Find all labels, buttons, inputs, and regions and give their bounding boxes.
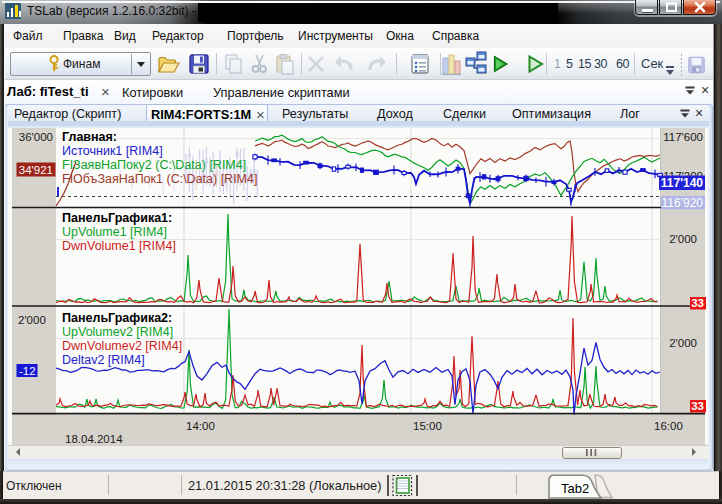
svg-text:FIЗаявНаПоку2 (C:\Data) [RIM4]: FIЗаявНаПоку2 (C:\Data) [RIM4] [62, 158, 246, 172]
svg-text:2'000: 2'000 [669, 337, 697, 349]
svg-text:FIОбъЗаяНаПок1 (C:\Data) [RIM4: FIОбъЗаяНаПок1 (C:\Data) [RIM4] [62, 172, 257, 186]
svg-text:2'000: 2'000 [669, 233, 697, 245]
svg-text:DwnVolume1 [RIM4]: DwnVolume1 [RIM4] [62, 239, 176, 253]
svg-text:16:00: 16:00 [654, 420, 683, 432]
svg-text:14:00: 14:00 [186, 420, 215, 432]
svg-text:Источник1 [RIM4]: Источник1 [RIM4] [62, 144, 163, 158]
svg-text:117'140: 117'140 [661, 176, 704, 190]
svg-text:Tab2: Tab2 [561, 481, 589, 496]
svg-text:116'920: 116'920 [662, 196, 704, 210]
svg-text:UpVolume1 [RIM4]: UpVolume1 [RIM4] [62, 225, 167, 239]
svg-text:Главная:: Главная: [62, 130, 117, 144]
svg-text:ПанельГрафика2:: ПанельГрафика2: [62, 311, 172, 325]
svg-text:Deltav2 [RIM4]: Deltav2 [RIM4] [62, 353, 145, 367]
svg-text:15:00: 15:00 [413, 420, 442, 432]
svg-text:UpVolumev2 [RIM4]: UpVolumev2 [RIM4] [62, 325, 173, 339]
svg-text:ПанельГрафика1:: ПанельГрафика1: [62, 211, 172, 225]
svg-text:33: 33 [691, 400, 704, 412]
svg-text:2'000: 2'000 [18, 314, 46, 326]
svg-text:DwnVolumev2 [RIM4]: DwnVolumev2 [RIM4] [62, 339, 182, 353]
svg-text:33: 33 [691, 297, 704, 309]
svg-text:18.04.2014: 18.04.2014 [65, 433, 123, 445]
svg-text:36'000: 36'000 [19, 131, 53, 143]
svg-text:34'921: 34'921 [19, 164, 53, 176]
svg-text:-12: -12 [19, 365, 36, 377]
svg-text:117'600: 117'600 [663, 131, 703, 143]
